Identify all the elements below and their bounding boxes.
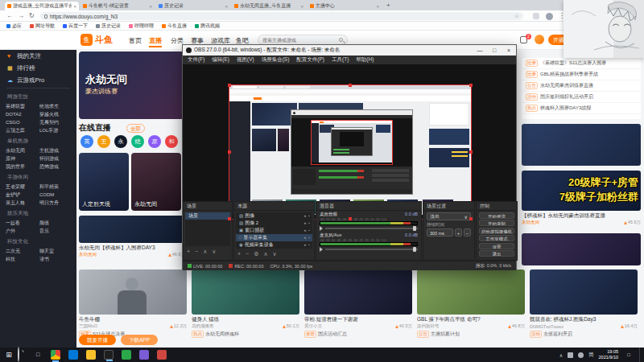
streamer-name[interactable]: 乌鸦揍佩奇 (192, 323, 214, 329)
move-down-icon[interactable]: ∨ (273, 251, 277, 257)
ime-indicator[interactable]: 简 (588, 352, 594, 359)
bookmark-item[interactable]: 网址导航 (30, 23, 55, 30)
news-row[interactable]: 比赛《英雄联盟》S11总决赛入围赛 (522, 58, 641, 69)
sidebar-game-link[interactable]: 户外 (6, 227, 39, 235)
news-row[interactable]: 比赛GBL精英挑战赛秋季赛开战 (522, 69, 641, 80)
sidebar-game-link[interactable]: 我的世界 (6, 162, 39, 171)
tab-close-icon[interactable]: × (149, 4, 152, 9)
tray-expand-icon[interactable]: ∧ (559, 352, 563, 358)
stream-card[interactable]: 带粉.短潜君绕一下谢谢 蛋仔小丑40.5万 推荐国庆活动汇总 (304, 269, 412, 338)
address-bar[interactable]: https://www.douyu.com/g_N3 ☆ (40, 12, 523, 20)
close-icon[interactable]: × (502, 45, 516, 56)
stream-title[interactable]: 永劫无间【棋魂杯】入围赛DAY3 (79, 245, 185, 252)
add-icon[interactable]: + (187, 249, 190, 255)
news-row[interactable]: 热点棋魂杯入围赛DAY3战报 (522, 103, 641, 114)
remove-icon[interactable]: − (246, 251, 249, 257)
streamer-name[interactable]: 三国MuO (79, 323, 97, 329)
exit-button[interactable]: 退出 (479, 250, 514, 257)
stream-card[interactable]: 健身人 猛练 乌鸦揍佩奇50.1万 热点永劫无间棋魂杯 (192, 269, 299, 338)
sidebar-game-link[interactable]: 音乐 (39, 227, 73, 235)
move-up-icon[interactable]: ∧ (203, 249, 207, 255)
obs-window[interactable]: OBS 27.0.0 (64-bit, windows) - 配置文件: 未命名… (182, 44, 517, 269)
game-tag[interactable]: 永劫无间 (79, 252, 97, 257)
selection-handle[interactable] (349, 217, 352, 220)
action-center-icon[interactable]: □ (623, 348, 634, 362)
selection-handle[interactable] (349, 84, 352, 87)
view-all-button[interactable]: 全部 (126, 124, 145, 133)
menu-file[interactable]: 文件(F) (188, 56, 204, 64)
search-input[interactable] (262, 38, 331, 43)
category-circle[interactable]: 原 (148, 135, 161, 148)
start-button-icon[interactable]: ⊞ (0, 348, 18, 362)
tab-close-icon[interactable]: × (376, 4, 379, 9)
sidebar-game-link[interactable]: 聊天室 (39, 247, 73, 255)
menu-edit[interactable]: 编辑(E) (212, 56, 229, 64)
lock-icon[interactable]: ▪ (308, 227, 310, 234)
maximize-icon[interactable]: □ (487, 45, 502, 56)
sidebar-item-rank[interactable]: ▦排行榜 (0, 62, 76, 74)
bookmark-star-icon[interactable]: ☆ (514, 13, 519, 19)
stream-title[interactable]: 斗鱼牛棚 (79, 316, 187, 323)
news-row[interactable]: 公告永劫无间豪杰训练赛直播 (522, 80, 641, 92)
selection-handle[interactable] (228, 84, 231, 87)
new-tab-button[interactable]: + (386, 0, 390, 10)
news-row[interactable]: 活动国庆签到领好礼活动开启 (522, 92, 641, 103)
sidebar-game-link[interactable]: 第五人格 (6, 199, 39, 207)
visibility-eye-icon[interactable]: ● (303, 220, 306, 227)
stream-thumbnail[interactable] (530, 269, 638, 315)
visibility-eye-icon[interactable]: ● (303, 212, 306, 220)
sidebar-game-link[interactable]: 颜值 (39, 219, 73, 227)
volume-slider[interactable] (325, 249, 418, 250)
sidebar-game-link[interactable]: 金铲铲 (6, 191, 39, 199)
nav-live[interactable]: 直播 (149, 36, 162, 47)
bookmark-item[interactable]: 腾讯视频 (195, 23, 220, 30)
stream-thumbnail[interactable] (522, 233, 641, 265)
browser-tab[interactable]: 斗鱼帐号-绑定设置 × (80, 2, 155, 10)
sidebar-game-link[interactable]: 二次元 (6, 247, 39, 255)
visibility-eye-icon[interactable]: ● (303, 241, 306, 249)
browser-tab[interactable]: 游戏直播_全民游戏直播平台 × (5, 2, 79, 10)
visibility-eye-icon[interactable]: ● (303, 234, 306, 241)
lock-icon[interactable]: ▪ (308, 234, 310, 241)
visibility-eye-icon[interactable]: ● (303, 227, 306, 234)
poster-card[interactable]: 永劫无间 (131, 153, 181, 211)
tab-close-icon[interactable]: × (300, 4, 303, 9)
sidebar-item-cloudgame[interactable]: ☁云游戏Pro (0, 74, 76, 86)
selection-handle[interactable] (228, 217, 231, 220)
sidebar-game-link[interactable]: 恐怖游戏 (39, 162, 73, 171)
source-item[interactable]: ▨图像●▪ (236, 212, 312, 220)
sidebar-game-link[interactable]: 英雄联盟 (6, 102, 39, 110)
url-text[interactable]: https://www.douyu.com/g_N3 (50, 14, 118, 19)
bookmark-item[interactable]: 斗鱼直播 (162, 23, 187, 30)
menu-view[interactable]: 视图(V) (237, 56, 254, 64)
selection-handle[interactable] (469, 84, 473, 87)
source-item-selected[interactable]: □显示器采集●▪ (236, 234, 312, 241)
stream-thumbnail[interactable] (192, 269, 299, 315)
download-app-button[interactable]: 下载APP (121, 335, 158, 345)
feed-row[interactable]: 热点永劫无间棋魂杯 (192, 331, 299, 338)
explorer-app-icon[interactable] (86, 350, 96, 360)
bookmark-item[interactable]: 哔哩哔哩 (129, 23, 154, 30)
stream-title[interactable]: 我就喜欢: 棋魂杯J.图集Day3 (530, 316, 638, 323)
source-item[interactable]: ◉视频采集设备●▪ (236, 241, 312, 249)
sidebar-game-link[interactable]: 绝地求生 (39, 102, 73, 110)
virtual-camera-button[interactable]: 启动虚拟摄像机 (479, 228, 514, 234)
menu-help[interactable]: 帮助(H) (356, 56, 374, 64)
properties-gear-icon[interactable]: ⚙ (254, 251, 258, 257)
add-icon[interactable]: + (237, 251, 241, 257)
remove-icon[interactable]: − (195, 249, 198, 255)
reload-icon[interactable]: ↻ (29, 10, 35, 22)
user-avatar[interactable] (535, 35, 544, 44)
bookmark-item[interactable]: 必应 (6, 23, 22, 30)
menu-scene-collection[interactable]: 场景集合(S) (262, 56, 290, 64)
feed-row[interactable]: 推荐国庆活动汇总 (304, 331, 412, 338)
streamer-name[interactable]: 温州急转弯 (417, 323, 440, 329)
stream-title[interactable]: 健身人 猛练 (192, 316, 299, 323)
sidebar-game-link[interactable]: 一起看 (6, 219, 39, 227)
move-up-icon[interactable]: ∧ (263, 251, 267, 257)
source-item[interactable]: ▣窗口捕获●▪ (236, 227, 312, 234)
task-view-icon[interactable]: □ (29, 348, 47, 362)
lock-icon[interactable]: ▪ (308, 220, 310, 227)
category-circle[interactable]: 永 (114, 135, 127, 148)
lock-icon[interactable]: ▪ (308, 241, 310, 249)
